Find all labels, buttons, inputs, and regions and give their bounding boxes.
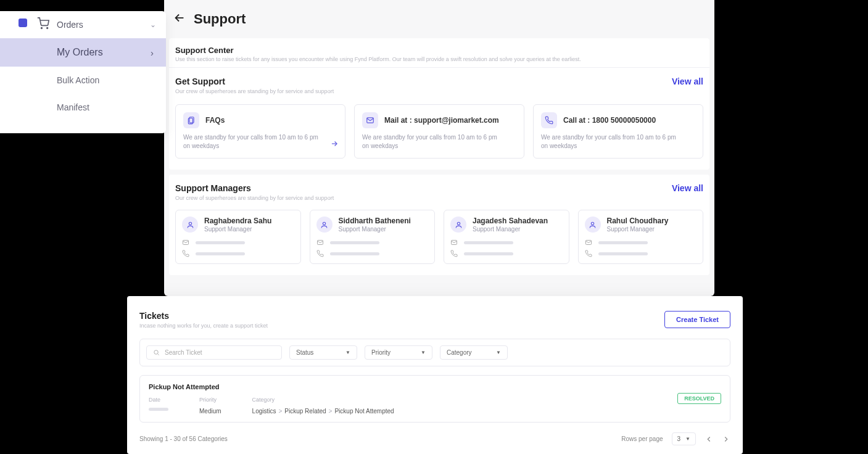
mail-icon bbox=[362, 112, 378, 128]
caret-down-icon: ▼ bbox=[421, 350, 426, 355]
breadcrumb-sep: > bbox=[329, 408, 333, 415]
managers-card: Support Managers Our crew of superheroes… bbox=[169, 175, 709, 275]
ticket-priority-label: Priority bbox=[199, 397, 221, 403]
arrow-right-icon bbox=[330, 139, 339, 151]
support-card-phone[interactable]: Call at : 1800 50000050000We are standby… bbox=[533, 104, 703, 159]
user-icon bbox=[316, 217, 333, 233]
manager-phone-skeleton bbox=[598, 252, 648, 255]
page-prev-button[interactable] bbox=[705, 435, 713, 444]
phone-icon bbox=[541, 112, 557, 128]
phone-icon bbox=[585, 250, 592, 257]
manager-phone-skeleton bbox=[330, 252, 379, 255]
mail-icon bbox=[182, 239, 189, 246]
mail-icon bbox=[585, 239, 592, 246]
ticket-category-path: Logistics>Pickup Related>Pickup Not Atte… bbox=[252, 408, 394, 415]
manager-email-skeleton bbox=[464, 241, 513, 244]
support-card-title: FAQs bbox=[205, 116, 225, 125]
sidebar-item-label: Manifest bbox=[57, 102, 89, 112]
svg-point-11 bbox=[41, 28, 43, 29]
manager-name: Jagadesh Sahadevan bbox=[473, 217, 548, 225]
filter-priority[interactable]: Priority ▼ bbox=[365, 345, 432, 360]
manager-role: Support Manager bbox=[339, 226, 411, 233]
managers-title: Support Managers bbox=[175, 183, 334, 193]
manager-email-skeleton bbox=[598, 241, 648, 244]
create-ticket-button[interactable]: Create Ticket bbox=[664, 311, 730, 328]
svg-point-3 bbox=[189, 222, 191, 225]
tickets-title: Tickets bbox=[139, 311, 268, 321]
search-placeholder: Search Ticket bbox=[165, 349, 202, 356]
manager-card[interactable]: Rahul ChoudharySupport Manager bbox=[578, 210, 704, 264]
get-support-view-all[interactable]: View all bbox=[672, 76, 703, 86]
cart-icon bbox=[37, 17, 49, 32]
managers-view-all[interactable]: View all bbox=[672, 183, 703, 193]
search-ticket-input[interactable]: Search Ticket bbox=[146, 345, 282, 360]
filter-category[interactable]: Category ▼ bbox=[440, 345, 508, 360]
ticket-category-label: Category bbox=[252, 397, 394, 403]
ticket-priority-value: Medium bbox=[199, 408, 221, 415]
tickets-subtitle: Incase nothing works for you, create a s… bbox=[139, 323, 268, 329]
manager-card[interactable]: Siddharth BatheneniSupport Manager bbox=[310, 210, 436, 264]
svg-point-9 bbox=[591, 222, 593, 225]
svg-point-5 bbox=[323, 222, 325, 225]
sidebar-item-manifest[interactable]: Manifest bbox=[0, 94, 166, 121]
search-icon bbox=[153, 349, 160, 356]
section-head-support-center: Support Center Use this section to raise… bbox=[169, 38, 709, 68]
manager-role: Support Manager bbox=[204, 226, 271, 233]
page-next-button[interactable] bbox=[722, 435, 730, 444]
support-card-faq[interactable]: FAQsWe are standby for your calls from 1… bbox=[175, 104, 345, 159]
support-card-title: Mail at : support@jiomarket.com bbox=[384, 116, 499, 125]
breadcrumb-segment: Pickup Not Attempted bbox=[334, 408, 394, 415]
svg-point-12 bbox=[47, 28, 48, 29]
chevron-right-icon: › bbox=[151, 47, 154, 58]
phone-icon bbox=[450, 250, 458, 257]
table-footer: Showing 1 - 30 of 56 Categories Rows per… bbox=[139, 432, 730, 445]
manager-card[interactable]: Jagadesh SahadevanSupport Manager bbox=[444, 210, 569, 264]
sidebar-section-orders[interactable]: Orders ⌄ bbox=[0, 11, 166, 38]
support-center-title: Support Center bbox=[175, 46, 703, 55]
mail-icon bbox=[450, 239, 458, 246]
managers-subtitle: Our crew of superheroes are standing by … bbox=[175, 195, 334, 201]
ticket-row[interactable]: Pickup Not Attempted Date Priority Mediu… bbox=[139, 375, 730, 423]
manager-role: Support Manager bbox=[473, 226, 548, 233]
caret-down-icon: ▼ bbox=[345, 350, 350, 355]
showing-text: Showing 1 - 30 of 56 Categories bbox=[139, 435, 228, 442]
sidebar-item-bulk-action[interactable]: Bulk Action bbox=[0, 67, 166, 94]
breadcrumb-segment: Logistics bbox=[252, 408, 276, 415]
tickets-panel: Tickets Incase nothing works for you, cr… bbox=[127, 296, 743, 454]
get-support-title: Get Support bbox=[175, 76, 334, 86]
support-card-mail[interactable]: Mail at : support@jiomarket.comWe are st… bbox=[354, 104, 524, 159]
chevron-down-icon: ⌄ bbox=[150, 20, 156, 29]
manager-email-skeleton bbox=[330, 241, 379, 244]
rows-per-page-select[interactable]: 3 ▼ bbox=[672, 432, 696, 445]
sidebar-item-label: My Orders bbox=[57, 47, 103, 58]
manager-name: Rahul Choudhary bbox=[607, 217, 669, 225]
manager-phone-skeleton bbox=[196, 252, 245, 255]
user-icon bbox=[182, 217, 198, 233]
manager-card[interactable]: Raghabendra SahuSupport Manager bbox=[175, 210, 301, 264]
sidebar-popup: Orders ⌄ My Orders›Bulk ActionManifest bbox=[0, 11, 166, 133]
logo-icon bbox=[19, 19, 27, 27]
phone-icon bbox=[316, 250, 324, 257]
svg-point-7 bbox=[457, 222, 460, 225]
get-support-subtitle: Our crew of superheroes are standing by … bbox=[175, 88, 334, 94]
back-icon[interactable] bbox=[173, 11, 186, 27]
manager-name: Raghabendra Sahu bbox=[204, 217, 271, 225]
breadcrumb-segment: Pickup Related bbox=[284, 408, 326, 415]
svg-point-13 bbox=[154, 350, 158, 354]
faq-icon bbox=[183, 112, 199, 128]
manager-name: Siddharth Batheneni bbox=[339, 217, 411, 225]
manager-email-skeleton bbox=[196, 241, 245, 244]
support-card-body: We are standby for your calls from 10 am… bbox=[541, 133, 695, 151]
ticket-filter-bar: Search Ticket Status ▼ Priority ▼ Catego… bbox=[139, 339, 730, 366]
support-card-title: Call at : 1800 50000050000 bbox=[563, 116, 656, 125]
filter-status[interactable]: Status ▼ bbox=[289, 345, 357, 360]
sidebar-item-label: Bulk Action bbox=[57, 75, 99, 85]
mail-icon bbox=[316, 239, 324, 246]
caret-down-icon: ▼ bbox=[496, 350, 501, 355]
sidebar-item-my-orders[interactable]: My Orders› bbox=[0, 38, 166, 67]
ticket-date-skeleton bbox=[149, 408, 168, 411]
ticket-status-badge: RESOLVED bbox=[677, 393, 721, 404]
ticket-title: Pickup Not Attempted bbox=[149, 383, 721, 390]
support-card-body: We are standby for your calls from 10 am… bbox=[183, 133, 337, 151]
breadcrumb-sep: > bbox=[278, 408, 282, 415]
